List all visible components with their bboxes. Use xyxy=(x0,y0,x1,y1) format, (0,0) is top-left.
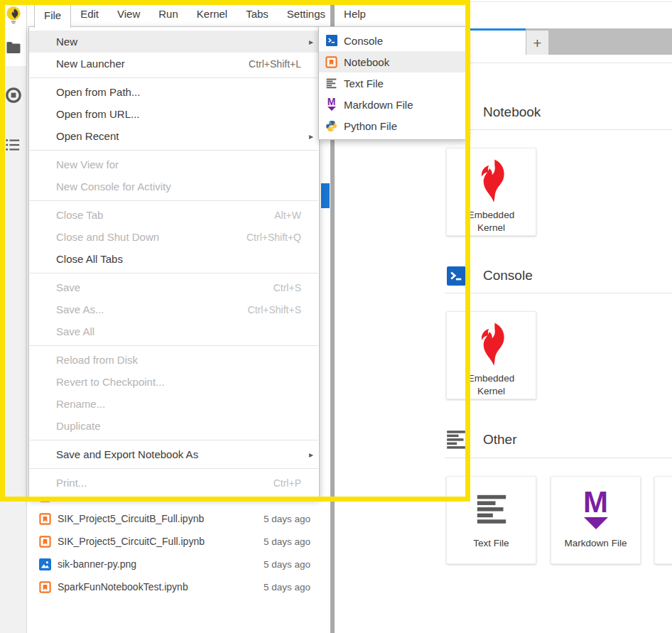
submenu-arrow-icon: ▸ xyxy=(309,37,313,47)
menu-item-new-launcher[interactable]: New Launcher Ctrl+Shift+L xyxy=(29,53,319,75)
menu-item-close-all-tabs[interactable]: Close All Tabs xyxy=(29,248,319,270)
menu-item-close-tab: Close Tab Alt+W xyxy=(29,204,319,226)
sparkfun-lightbulb-logo-icon xyxy=(6,6,21,25)
menu-item-open-from-path[interactable]: Open from Path... xyxy=(29,81,319,103)
markdown-icon: M xyxy=(325,99,337,111)
file-browser-listing: SIK_Project5_CircuitA_Full.ipynb 30 min.… xyxy=(27,485,320,598)
new-launcher-tab-button[interactable]: + xyxy=(526,31,548,55)
section-divider xyxy=(445,293,672,293)
launcher-card-markdown-file[interactable]: M Markdown File xyxy=(551,476,641,564)
menu-separator xyxy=(30,345,318,346)
section-divider xyxy=(445,129,672,130)
filebrowser-scrollbar-thumb[interactable] xyxy=(321,183,330,208)
notebook-icon xyxy=(39,581,51,593)
menubar-item-settings[interactable]: Settings xyxy=(278,2,335,26)
file-browser-tab-folder-icon[interactable] xyxy=(5,39,22,56)
table-of-contents-tab-list-icon[interactable] xyxy=(5,137,21,153)
submenu-item-python-file[interactable]: Python File xyxy=(319,115,467,136)
menubar-item-help[interactable]: Help xyxy=(335,2,375,26)
launcher-section-console-header: Console xyxy=(446,266,533,286)
notebook-icon xyxy=(39,513,51,525)
menu-item-revert-to-checkpoint: Revert to Checkpoint... xyxy=(29,371,319,393)
notebook-icon xyxy=(325,56,337,68)
text-file-icon xyxy=(446,430,466,450)
menubar: File Edit View Run Kernel Tabs Settings … xyxy=(26,2,375,26)
submenu-arrow-icon: ▸ xyxy=(309,450,313,460)
launcher-card-partial[interactable] xyxy=(654,476,672,564)
submenu-item-console[interactable]: Console xyxy=(319,30,467,51)
menubar-item-run[interactable]: Run xyxy=(149,2,188,26)
console-icon xyxy=(325,35,337,47)
notebook-icon xyxy=(39,536,51,548)
menu-item-open-recent[interactable]: Open Recent ▸ xyxy=(29,125,319,147)
python-icon xyxy=(325,120,337,132)
running-kernels-tab-stop-icon[interactable] xyxy=(5,87,22,104)
menubar-item-view[interactable]: View xyxy=(108,2,149,26)
menu-item-close-and-shut-down: Close and Shut Down Ctrl+Shift+Q xyxy=(29,226,319,248)
menubar-item-tabs[interactable]: Tabs xyxy=(237,2,278,26)
menu-item-save-as: Save As... Ctrl+Shift+S xyxy=(29,298,319,320)
file-row[interactable]: sik-banner-py.png 5 days ago xyxy=(27,553,320,575)
menu-separator xyxy=(30,77,318,78)
section-divider xyxy=(445,458,672,458)
menubar-item-file[interactable]: File xyxy=(34,2,71,28)
file-menu-dropdown: New ▸ New Launcher Ctrl+Shift+L Open fro… xyxy=(28,26,320,499)
launcher-card-text-file[interactable]: Text File xyxy=(446,476,536,564)
menu-item-rename: Rename... xyxy=(29,393,319,415)
markdown-icon: M xyxy=(583,487,608,531)
image-icon xyxy=(39,558,51,570)
menu-item-print: Print... Ctrl+P xyxy=(29,472,319,494)
launcher-card-notebook-embedded-kernel[interactable]: Embedded Kernel xyxy=(446,148,536,236)
launcher-section-other-header: Other xyxy=(446,430,517,450)
activity-sidebar xyxy=(0,2,27,633)
sparkfun-fire-icon xyxy=(474,323,509,367)
submenu-item-text-file[interactable]: Text File xyxy=(319,72,467,94)
menu-item-save-all: Save All xyxy=(29,320,319,342)
text-file-icon xyxy=(325,77,337,90)
menubar-item-edit[interactable]: Edit xyxy=(71,2,108,26)
menu-item-save-and-export-notebook-as[interactable]: Save and Export Notebook As ▸ xyxy=(29,443,319,465)
menu-separator xyxy=(30,200,318,201)
file-row[interactable]: SparkFunNotebookTest.ipynb 5 days ago xyxy=(27,575,320,598)
sparkfun-fire-icon xyxy=(474,159,509,203)
menu-item-reload-from-disk: Reload from Disk xyxy=(29,349,319,371)
menu-item-open-from-url[interactable]: Open from URL... xyxy=(29,103,319,125)
new-submenu: Console Notebook Text File M Markdown Fi… xyxy=(318,26,467,140)
menu-separator xyxy=(30,273,318,274)
menu-item-new[interactable]: New ▸ xyxy=(29,31,319,53)
menu-item-new-console-for-activity: New Console for Activity xyxy=(29,175,319,198)
menu-separator xyxy=(30,468,318,469)
menu-separator xyxy=(30,150,318,151)
launcher-card-console-embedded-kernel[interactable]: Embedded Kernel xyxy=(446,311,536,399)
submenu-item-markdown-file[interactable]: M Markdown File xyxy=(319,94,467,115)
submenu-arrow-icon: ▸ xyxy=(309,131,313,141)
menu-item-new-view-for: New View for xyxy=(29,153,319,175)
console-icon xyxy=(446,266,466,286)
menu-separator xyxy=(30,440,318,440)
menu-item-duplicate: Duplicate xyxy=(29,415,319,437)
plus-icon: + xyxy=(533,36,541,50)
jupyterlab-window: File Edit View Run Kernel Tabs Settings … xyxy=(0,0,672,633)
menu-item-save: Save Ctrl+S xyxy=(29,276,319,298)
menubar-item-kernel[interactable]: Kernel xyxy=(188,2,237,26)
file-row[interactable]: SIK_Project5_CircuitC_Full.ipynb 5 days … xyxy=(27,530,320,553)
file-row[interactable]: SIK_Project5_CircuitB_Full.ipynb 5 days … xyxy=(27,507,320,530)
submenu-item-notebook[interactable]: Notebook xyxy=(319,51,467,72)
text-file-icon xyxy=(475,487,509,531)
